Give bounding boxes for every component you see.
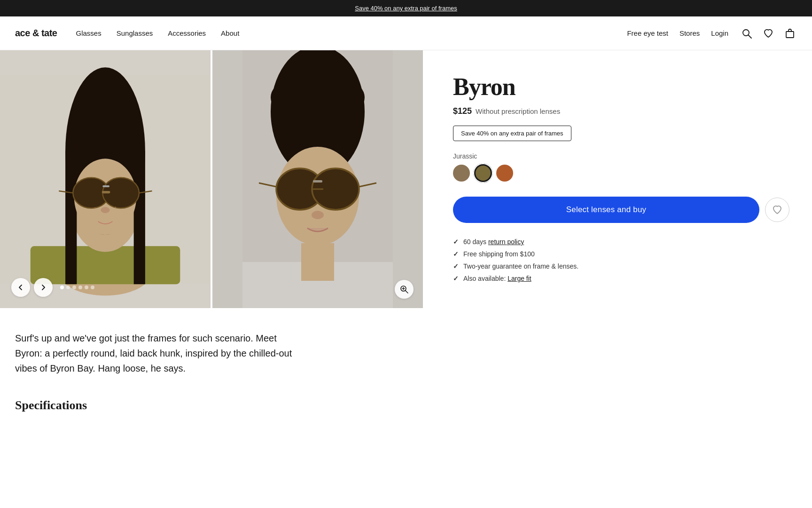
benefit-guarantee: ✓ Two-year guarantee on frame & lenses. <box>453 262 789 270</box>
svg-point-30 <box>304 64 332 93</box>
product-name: Byron <box>453 73 789 101</box>
svg-rect-9 <box>134 151 145 284</box>
price-label: Without prescription lenses <box>476 107 560 115</box>
svg-rect-2 <box>786 32 794 38</box>
svg-rect-24 <box>301 243 334 281</box>
benefit-text-1: 60 days return policy <box>463 238 524 246</box>
bag-icon <box>785 28 795 39</box>
svg-point-38 <box>312 211 324 219</box>
add-to-wishlist-button[interactable] <box>765 198 789 222</box>
benefit-return: ✓ 60 days return policy <box>453 238 789 246</box>
svg-line-1 <box>749 35 752 38</box>
color-swatches <box>453 165 789 182</box>
svg-rect-14 <box>102 191 110 193</box>
nav-sunglasses[interactable]: Sunglasses <box>117 29 153 37</box>
dot-5[interactable] <box>85 286 88 289</box>
heart-icon <box>763 28 773 39</box>
dot-4[interactable] <box>78 286 82 289</box>
svg-rect-17 <box>102 185 109 187</box>
description-section: Surf's up and we've got just the frames … <box>0 308 320 435</box>
top-banner: Save 40% on any extra pair of frames <box>0 0 812 16</box>
search-button[interactable] <box>740 26 754 40</box>
benefits-list: ✓ 60 days return policy ✓ Free shipping … <box>453 238 789 282</box>
product-panel: Byron $125 Without prescription lenses S… <box>423 50 812 305</box>
benefit-large-fit: ✓ Also available: Large fit <box>453 275 789 282</box>
dot-3[interactable] <box>72 286 76 289</box>
svg-rect-8 <box>65 151 77 284</box>
description-text: Surf's up and we've got just the frames … <box>15 331 304 376</box>
banner-link[interactable]: Save 40% on any extra pair of frames <box>355 5 457 12</box>
swatch-jurassic[interactable] <box>475 165 492 182</box>
stores-link[interactable]: Stores <box>679 29 700 37</box>
dot-2[interactable] <box>66 286 70 289</box>
check-icon-4: ✓ <box>453 275 459 282</box>
carousel-controls <box>11 278 94 297</box>
wishlist-header-button[interactable] <box>761 26 775 40</box>
heart-outline-icon <box>772 205 782 215</box>
logo[interactable]: ace & tate <box>15 28 57 39</box>
gallery-image-left <box>0 50 211 308</box>
next-icon <box>39 284 47 291</box>
woman-photo <box>0 50 211 308</box>
prev-button[interactable] <box>11 278 30 297</box>
svg-point-20 <box>115 206 116 208</box>
carousel-dots <box>60 286 94 289</box>
swatch-brown[interactable] <box>453 165 470 182</box>
cta-row: Select lenses and buy <box>453 197 789 223</box>
svg-point-19 <box>94 207 96 209</box>
login-link[interactable]: Login <box>711 29 728 37</box>
zoom-button[interactable] <box>395 280 414 299</box>
check-icon-1: ✓ <box>453 238 459 246</box>
search-icon <box>742 28 752 39</box>
price-amount: $125 <box>453 106 472 116</box>
prev-icon <box>17 284 24 291</box>
nav-about[interactable]: About <box>221 29 239 37</box>
select-lenses-button[interactable]: Select lenses and buy <box>453 197 759 223</box>
benefit-text-2: Free shipping from $100 <box>463 250 535 258</box>
large-fit-link[interactable]: Large fit <box>508 275 531 282</box>
dot-1[interactable] <box>60 286 64 289</box>
svg-rect-37 <box>313 180 322 183</box>
benefit-text-3: Two-year guarantee on frame & lenses. <box>463 262 578 270</box>
image-gallery <box>0 50 423 308</box>
check-icon-3: ✓ <box>453 262 459 270</box>
gallery-image-right <box>212 50 423 308</box>
nav-glasses[interactable]: Glasses <box>76 29 102 37</box>
promo-badge: Save 40% on any extra pair of frames <box>453 126 571 141</box>
header-right: Free eye test Stores Login <box>627 26 797 40</box>
free-eye-test-link[interactable]: Free eye test <box>627 29 668 37</box>
header: ace & tate Glasses Sunglasses Accessorie… <box>0 16 812 50</box>
next-button[interactable] <box>34 278 53 297</box>
benefit-shipping: ✓ Free shipping from $100 <box>453 250 789 258</box>
cart-button[interactable] <box>783 26 797 40</box>
svg-line-40 <box>406 291 408 294</box>
benefit-text-4: Also available: Large fit <box>463 275 531 282</box>
zoom-icon <box>400 285 408 294</box>
svg-point-18 <box>101 207 109 213</box>
header-left: ace & tate Glasses Sunglasses Accessorie… <box>15 28 239 39</box>
product-price: $125 Without prescription lenses <box>453 106 789 116</box>
nav-accessories[interactable]: Accessories <box>168 29 206 37</box>
header-icons <box>740 26 797 40</box>
dot-6[interactable] <box>91 286 94 289</box>
man-photo <box>212 50 423 308</box>
return-policy-link[interactable]: return policy <box>488 238 524 246</box>
main-nav: Glasses Sunglasses Accessories About <box>76 29 240 37</box>
specs-heading: Specifications <box>15 398 304 413</box>
color-label: Jurassic <box>453 152 789 160</box>
main-content: Byron $125 Without prescription lenses S… <box>0 50 812 308</box>
check-icon-2: ✓ <box>453 250 459 258</box>
swatch-orange[interactable] <box>496 165 513 182</box>
